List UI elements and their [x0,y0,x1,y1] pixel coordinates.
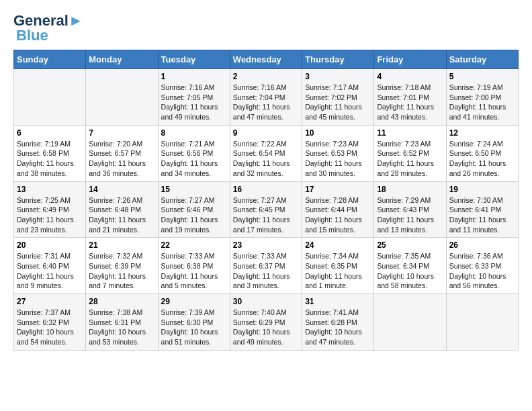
day-info: Sunrise: 7:34 AMSunset: 6:35 PMDaylight:… [305,251,371,291]
day-number: 5 [449,72,515,81]
cell-1-5: 3Sunrise: 7:17 AMSunset: 7:02 PMDaylight… [302,69,374,126]
col-header-sunday: Sunday [14,50,86,69]
cell-5-1: 27Sunrise: 7:37 AMSunset: 6:32 PMDayligh… [14,294,86,351]
day-number: 3 [305,72,371,81]
day-number: 2 [233,72,299,81]
day-number: 8 [161,128,227,138]
day-info: Sunrise: 7:39 AMSunset: 6:30 PMDaylight:… [161,308,227,347]
cell-1-6: 4Sunrise: 7:18 AMSunset: 7:01 PMDaylight… [374,69,446,126]
col-header-wednesday: Wednesday [230,50,302,69]
day-info: Sunrise: 7:32 AMSunset: 6:39 PMDaylight:… [89,251,154,291]
day-number: 9 [233,128,299,138]
day-info: Sunrise: 7:27 AMSunset: 6:46 PMDaylight:… [161,195,227,235]
cell-4-4: 23Sunrise: 7:33 AMSunset: 6:37 PMDayligh… [230,238,302,294]
cell-5-6 [374,294,446,351]
day-number: 27 [17,297,83,306]
cell-1-3: 1Sunrise: 7:16 AMSunset: 7:05 PMDaylight… [158,69,230,126]
cell-4-1: 20Sunrise: 7:31 AMSunset: 6:40 PMDayligh… [14,238,86,294]
logo-subtext: Blue [16,28,48,43]
cell-3-2: 14Sunrise: 7:26 AMSunset: 6:48 PMDayligh… [86,181,158,238]
cell-2-1: 6Sunrise: 7:19 AMSunset: 6:58 PMDaylight… [14,125,86,181]
day-number: 1 [161,72,227,81]
day-info: Sunrise: 7:24 AMSunset: 6:50 PMDaylight:… [449,139,515,179]
day-info: Sunrise: 7:16 AMSunset: 7:05 PMDaylight:… [161,83,227,122]
day-info: Sunrise: 7:33 AMSunset: 6:37 PMDaylight:… [233,251,299,291]
day-info: Sunrise: 7:35 AMSunset: 6:34 PMDaylight:… [377,251,443,291]
day-number: 10 [305,128,371,138]
day-number: 31 [305,297,371,306]
day-number: 14 [89,185,154,194]
day-number: 20 [17,240,83,250]
day-info: Sunrise: 7:23 AMSunset: 6:53 PMDaylight:… [305,139,371,179]
day-number: 25 [377,240,443,250]
day-number: 23 [233,240,299,250]
day-info: Sunrise: 7:37 AMSunset: 6:32 PMDaylight:… [17,308,83,347]
col-header-thursday: Thursday [302,50,374,69]
cell-3-4: 16Sunrise: 7:27 AMSunset: 6:45 PMDayligh… [230,181,302,238]
logo-text: General► [13,13,83,28]
day-info: Sunrise: 7:18 AMSunset: 7:01 PMDaylight:… [377,83,443,122]
calendar-table: SundayMondayTuesdayWednesdayThursdayFrid… [13,50,519,351]
cell-5-7 [446,294,518,351]
day-info: Sunrise: 7:38 AMSunset: 6:31 PMDaylight:… [89,308,154,347]
day-number: 26 [449,240,515,250]
day-info: Sunrise: 7:21 AMSunset: 6:56 PMDaylight:… [161,139,227,179]
cell-5-4: 30Sunrise: 7:40 AMSunset: 6:29 PMDayligh… [230,294,302,351]
day-info: Sunrise: 7:36 AMSunset: 6:33 PMDaylight:… [449,251,515,291]
day-number: 11 [377,128,443,138]
cell-3-7: 19Sunrise: 7:30 AMSunset: 6:41 PMDayligh… [446,181,518,238]
day-info: Sunrise: 7:28 AMSunset: 6:44 PMDaylight:… [305,195,371,235]
day-number: 24 [305,240,371,250]
cell-3-5: 17Sunrise: 7:28 AMSunset: 6:44 PMDayligh… [302,181,374,238]
day-info: Sunrise: 7:19 AMSunset: 6:58 PMDaylight:… [17,139,83,179]
week-row-1: 1Sunrise: 7:16 AMSunset: 7:05 PMDaylight… [14,69,519,126]
cell-1-2 [86,69,158,126]
day-number: 21 [89,240,154,250]
week-row-4: 20Sunrise: 7:31 AMSunset: 6:40 PMDayligh… [14,238,519,294]
calendar-body: 1Sunrise: 7:16 AMSunset: 7:05 PMDaylight… [14,69,519,351]
day-info: Sunrise: 7:23 AMSunset: 6:52 PMDaylight:… [377,139,443,179]
col-header-friday: Friday [374,50,446,69]
col-header-saturday: Saturday [446,50,518,69]
day-info: Sunrise: 7:29 AMSunset: 6:43 PMDaylight:… [377,195,443,235]
cell-3-1: 13Sunrise: 7:25 AMSunset: 6:49 PMDayligh… [14,181,86,238]
cell-5-3: 29Sunrise: 7:39 AMSunset: 6:30 PMDayligh… [158,294,230,351]
day-info: Sunrise: 7:41 AMSunset: 6:28 PMDaylight:… [305,308,371,347]
day-info: Sunrise: 7:40 AMSunset: 6:29 PMDaylight:… [233,308,299,347]
day-info: Sunrise: 7:19 AMSunset: 7:00 PMDaylight:… [449,83,515,122]
week-row-3: 13Sunrise: 7:25 AMSunset: 6:49 PMDayligh… [14,181,519,238]
week-row-5: 27Sunrise: 7:37 AMSunset: 6:32 PMDayligh… [14,294,519,351]
day-info: Sunrise: 7:31 AMSunset: 6:40 PMDaylight:… [17,251,83,291]
day-number: 16 [233,185,299,194]
col-header-tuesday: Tuesday [158,50,230,69]
day-info: Sunrise: 7:33 AMSunset: 6:38 PMDaylight:… [161,251,227,291]
cell-5-2: 28Sunrise: 7:38 AMSunset: 6:31 PMDayligh… [86,294,158,351]
calendar-header: SundayMondayTuesdayWednesdayThursdayFrid… [14,50,519,69]
day-number: 17 [305,185,371,194]
day-number: 6 [17,128,83,138]
week-row-2: 6Sunrise: 7:19 AMSunset: 6:58 PMDaylight… [14,125,519,181]
day-info: Sunrise: 7:26 AMSunset: 6:48 PMDaylight:… [89,195,154,235]
cell-1-4: 2Sunrise: 7:16 AMSunset: 7:04 PMDaylight… [230,69,302,126]
day-info: Sunrise: 7:27 AMSunset: 6:45 PMDaylight:… [233,195,299,235]
logo: General► Blue [13,13,83,43]
day-info: Sunrise: 7:16 AMSunset: 7:04 PMDaylight:… [233,83,299,122]
cell-1-7: 5Sunrise: 7:19 AMSunset: 7:00 PMDaylight… [446,69,518,126]
day-number: 4 [377,72,443,81]
cell-3-3: 15Sunrise: 7:27 AMSunset: 6:46 PMDayligh… [158,181,230,238]
cell-2-3: 8Sunrise: 7:21 AMSunset: 6:56 PMDaylight… [158,125,230,181]
cell-4-5: 24Sunrise: 7:34 AMSunset: 6:35 PMDayligh… [302,238,374,294]
day-number: 13 [17,185,83,194]
cell-2-4: 9Sunrise: 7:22 AMSunset: 6:54 PMDaylight… [230,125,302,181]
cell-4-6: 25Sunrise: 7:35 AMSunset: 6:34 PMDayligh… [374,238,446,294]
day-number: 7 [89,128,154,138]
cell-4-7: 26Sunrise: 7:36 AMSunset: 6:33 PMDayligh… [446,238,518,294]
cell-4-2: 21Sunrise: 7:32 AMSunset: 6:39 PMDayligh… [86,238,158,294]
day-number: 22 [161,240,227,250]
cell-4-3: 22Sunrise: 7:33 AMSunset: 6:38 PMDayligh… [158,238,230,294]
day-number: 29 [161,297,227,306]
page-header: General► Blue [13,13,519,43]
cell-2-2: 7Sunrise: 7:20 AMSunset: 6:57 PMDaylight… [86,125,158,181]
cell-2-5: 10Sunrise: 7:23 AMSunset: 6:53 PMDayligh… [302,125,374,181]
day-number: 19 [449,185,515,194]
